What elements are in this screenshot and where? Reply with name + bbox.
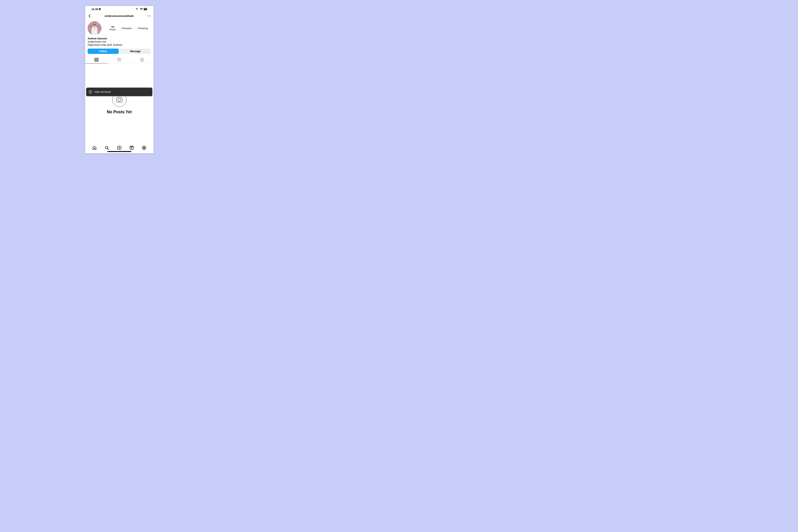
avatar[interactable] <box>88 21 101 35</box>
svg-line-41 <box>108 149 109 150</box>
svg-line-33 <box>119 58 120 59</box>
home-icon <box>92 146 97 150</box>
phone-frame: 14:30 79 andysansomcooldude <box>85 6 153 153</box>
toast-text: User not found <box>94 91 111 93</box>
more-horizontal-icon <box>148 16 151 16</box>
svg-point-16 <box>96 22 99 25</box>
svg-point-1 <box>99 8 100 9</box>
svg-rect-0 <box>99 8 100 10</box>
tab-posts-grid[interactable] <box>85 56 108 63</box>
stat-posts-label: Posts <box>110 28 116 31</box>
feed-body: No Posts Yet <box>85 64 153 143</box>
svg-rect-20 <box>94 26 95 29</box>
toast-user-not-found: User not found <box>86 88 152 96</box>
svg-rect-7 <box>137 9 137 10</box>
bio-line-1: Subjectively cool <box>88 40 151 43</box>
message-button[interactable]: Message <box>120 49 151 54</box>
battery-badge: 79 <box>144 8 147 10</box>
status-time: 14:30 <box>91 7 98 11</box>
svg-point-8 <box>141 10 141 10</box>
alert-circle-icon <box>89 90 92 94</box>
feed-tabs <box>85 56 153 64</box>
tagged-icon <box>140 58 144 62</box>
svg-point-10 <box>149 16 149 16</box>
nav-search[interactable] <box>104 146 109 151</box>
header-username: andysansomcooldude <box>105 14 134 18</box>
search-icon <box>104 146 109 150</box>
stat-posts[interactable]: 14 Posts <box>110 25 116 31</box>
reels-nav-icon <box>130 146 134 150</box>
svg-rect-5 <box>138 8 139 9</box>
tab-tagged[interactable] <box>131 56 153 63</box>
svg-point-11 <box>150 16 151 16</box>
no-posts-title: No Posts Yet <box>107 110 132 114</box>
svg-rect-25 <box>95 58 98 61</box>
profile-stats: 14 Posts Followers Following <box>101 25 151 31</box>
svg-rect-30 <box>118 58 121 61</box>
follow-button[interactable]: Follow <box>88 49 119 54</box>
home-indicator[interactable] <box>107 151 131 152</box>
more-options-button[interactable] <box>147 16 152 16</box>
svg-point-39 <box>90 92 91 93</box>
svg-point-9 <box>148 16 148 16</box>
avatar-image <box>88 21 101 35</box>
status-left: 14:30 <box>91 7 101 11</box>
grid-icon <box>95 58 98 62</box>
svg-point-35 <box>141 59 142 60</box>
stat-posts-count: 14 <box>110 25 116 28</box>
svg-point-19 <box>98 30 101 33</box>
profile-bio: Andrew Sansom Subjectively cool Objectiv… <box>85 35 153 46</box>
svg-point-14 <box>88 22 91 25</box>
nav-profile[interactable] <box>142 146 146 151</box>
svg-rect-45 <box>130 146 133 150</box>
stat-followers[interactable]: Followers <box>122 27 132 30</box>
person-card-icon <box>99 8 101 10</box>
status-right: 79 <box>136 8 147 10</box>
reels-icon <box>117 58 121 62</box>
chevron-left-icon <box>88 14 91 18</box>
svg-line-32 <box>118 58 119 59</box>
profile-header: andysansomcooldude <box>85 13 153 19</box>
wifi-icon <box>140 8 143 10</box>
stat-following[interactable]: Following <box>138 27 148 30</box>
stat-following-label: Following <box>138 27 148 30</box>
svg-point-36 <box>118 98 121 101</box>
stat-followers-label: Followers <box>122 27 132 30</box>
profile-row: 14 Posts Followers Following <box>85 19 153 35</box>
bio-line-2: Objectively Andy (well, Andrew) <box>88 43 151 46</box>
svg-rect-34 <box>140 58 144 61</box>
status-bar: 14:30 79 <box>85 6 153 13</box>
nav-new-post[interactable] <box>117 146 121 151</box>
camera-icon <box>116 96 123 103</box>
svg-rect-2 <box>136 8 136 9</box>
signal-icon <box>136 8 139 10</box>
svg-point-17 <box>99 25 101 27</box>
svg-rect-22 <box>93 24 95 25</box>
plus-square-icon <box>117 146 121 150</box>
svg-point-50 <box>144 147 145 148</box>
nav-reels[interactable] <box>130 146 134 151</box>
svg-rect-3 <box>137 8 137 9</box>
profile-actions: Follow Message <box>85 46 153 55</box>
display-name: Andrew Sansom <box>88 37 151 40</box>
nav-home[interactable] <box>92 146 97 151</box>
svg-point-18 <box>88 28 91 31</box>
profile-circle-icon <box>142 146 146 150</box>
back-button[interactable] <box>87 14 92 18</box>
svg-rect-23 <box>95 24 96 25</box>
tab-reels[interactable] <box>108 56 131 63</box>
svg-rect-6 <box>136 9 136 10</box>
svg-rect-4 <box>137 8 138 9</box>
